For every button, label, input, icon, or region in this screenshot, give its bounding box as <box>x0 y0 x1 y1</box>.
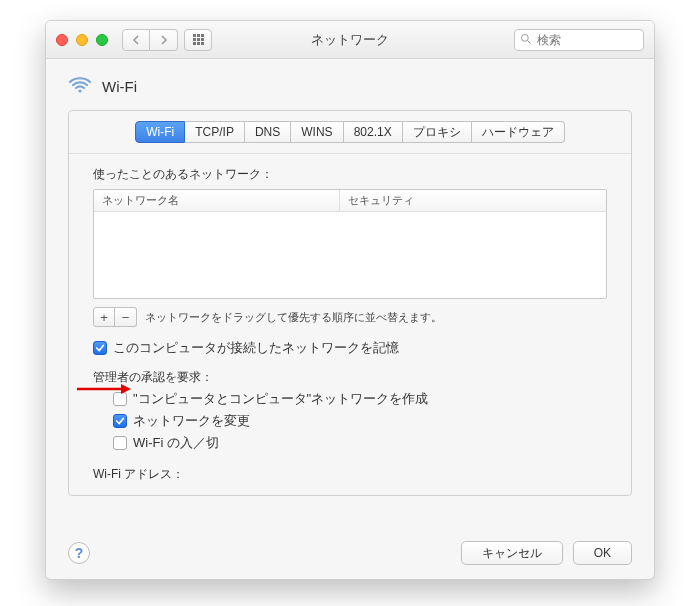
panel-inner: 使ったことのあるネットワーク： ネットワーク名 セキュリティ + − ネットワー… <box>69 154 631 495</box>
content-area: Wi-Fi Wi-Fi TCP/IP DNS WINS 802.1X プロキシ … <box>46 59 654 546</box>
svg-point-0 <box>522 34 529 41</box>
show-all-button[interactable] <box>184 29 212 51</box>
page-title: Wi-Fi <box>102 78 137 95</box>
admin-wifi-toggle-row: Wi-Fi の入／切 <box>113 434 607 452</box>
close-window-button[interactable] <box>56 34 68 46</box>
table-controls: + − ネットワークをドラッグして優先する順序に並べ替えます。 <box>93 307 607 327</box>
tab-wins[interactable]: WINS <box>291 121 343 143</box>
tab-bar: Wi-Fi TCP/IP DNS WINS 802.1X プロキシ ハードウェア <box>69 111 631 154</box>
admin-create-adhoc-label: "コンピュータとコンピュータ"ネットワークを作成 <box>133 390 428 408</box>
preferred-networks-table[interactable]: ネットワーク名 セキュリティ <box>93 189 607 299</box>
tab-dns[interactable]: DNS <box>245 121 291 143</box>
admin-wifi-toggle-label: Wi-Fi の入／切 <box>133 434 219 452</box>
nav-buttons <box>122 29 178 51</box>
search-wrap <box>514 29 644 51</box>
search-icon <box>520 33 532 45</box>
cancel-button[interactable]: キャンセル <box>461 541 563 565</box>
minimize-window-button[interactable] <box>76 34 88 46</box>
add-network-button[interactable]: + <box>93 307 115 327</box>
tab-hardware[interactable]: ハードウェア <box>472 121 565 143</box>
admin-create-adhoc-checkbox[interactable] <box>113 392 127 406</box>
zoom-window-button[interactable] <box>96 34 108 46</box>
chevron-left-icon <box>132 35 140 45</box>
footer: ? キャンセル OK <box>68 541 632 565</box>
table-header: ネットワーク名 セキュリティ <box>94 190 606 212</box>
column-security[interactable]: セキュリティ <box>340 190 606 211</box>
admin-required-label: 管理者の承認を要求： <box>93 369 607 386</box>
drag-hint: ネットワークをドラッグして優先する順序に並べ替えます。 <box>145 310 442 325</box>
back-button[interactable] <box>122 29 150 51</box>
admin-change-network-row: ネットワークを変更 <box>113 412 607 430</box>
wifi-icon <box>68 73 92 100</box>
tab-8021x[interactable]: 802.1X <box>344 121 403 143</box>
search-input[interactable] <box>514 29 644 51</box>
admin-change-network-label: ネットワークを変更 <box>133 412 250 430</box>
admin-wifi-toggle-checkbox[interactable] <box>113 436 127 450</box>
remove-network-button[interactable]: − <box>115 307 137 327</box>
preferences-window: ネットワーク Wi-Fi Wi-F <box>45 20 655 580</box>
ok-button[interactable]: OK <box>573 541 632 565</box>
title-bar: ネットワーク <box>46 21 654 59</box>
svg-point-2 <box>78 89 81 92</box>
svg-line-1 <box>528 40 531 43</box>
admin-create-adhoc-row: "コンピュータとコンピュータ"ネットワークを作成 <box>113 390 607 408</box>
column-network-name[interactable]: ネットワーク名 <box>94 190 340 211</box>
wifi-address-label: Wi-Fi アドレス： <box>93 466 607 483</box>
header-row: Wi-Fi <box>68 73 632 100</box>
remember-networks-label: このコンピュータが接続したネットワークを記憶 <box>113 339 399 357</box>
admin-options: "コンピュータとコンピュータ"ネットワークを作成 ネットワークを変更 Wi-Fi… <box>113 390 607 452</box>
tab-tcpip[interactable]: TCP/IP <box>185 121 245 143</box>
tab-proxy[interactable]: プロキシ <box>403 121 472 143</box>
admin-change-network-checkbox[interactable] <box>113 414 127 428</box>
remember-networks-checkbox[interactable] <box>93 341 107 355</box>
preferred-networks-label: 使ったことのあるネットワーク： <box>93 166 607 183</box>
traffic-lights <box>56 34 108 46</box>
chevron-right-icon <box>160 35 168 45</box>
help-button[interactable]: ? <box>68 542 90 564</box>
tab-wifi[interactable]: Wi-Fi <box>135 121 185 143</box>
grid-icon <box>193 34 204 45</box>
forward-button[interactable] <box>150 29 178 51</box>
remember-networks-row: このコンピュータが接続したネットワークを記憶 <box>93 339 607 357</box>
settings-panel: Wi-Fi TCP/IP DNS WINS 802.1X プロキシ ハードウェア… <box>68 110 632 496</box>
